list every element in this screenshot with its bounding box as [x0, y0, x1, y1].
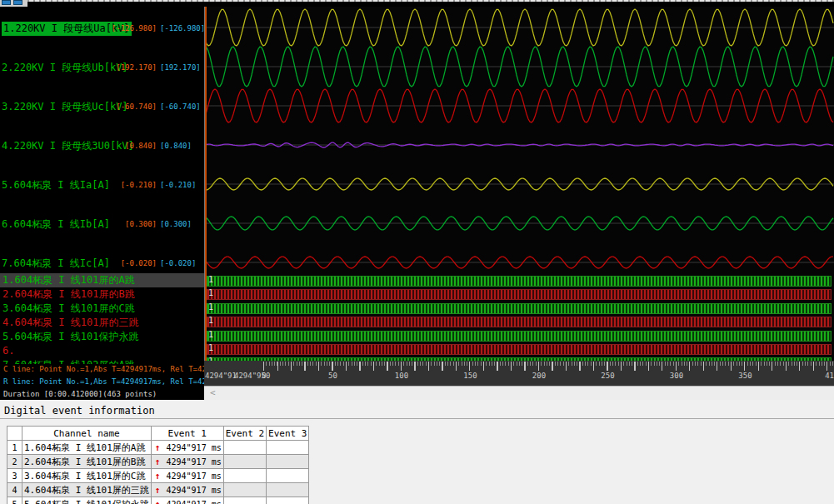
- event-table-header-row: Channel name Event 1 Event 2 Event 3: [7, 427, 309, 441]
- digital-trace-area[interactable]: 1 1 1 1 1 1 1: [205, 273, 834, 361]
- event-channel-name: 3.604柘泉 I 线101屏的C跳: [22, 469, 152, 483]
- cursor-value: [0.300]: [107, 220, 157, 228]
- reference-value: [-60.740]: [160, 102, 204, 111]
- digital-trace-bar: 1: [207, 331, 832, 342]
- toolbar-button-icon[interactable]: [2, 0, 11, 5]
- digital-channel-row[interactable]: 2.604柘泉 I 线101屏的B跳: [0, 287, 204, 302]
- digital-trace-bar: 1: [207, 344, 832, 355]
- event-table: Channel name Event 1 Event 2 Event 3 1 1…: [7, 426, 309, 504]
- duration-status: Duration [0:00.412000](463 points): [3, 390, 157, 398]
- cursor-value: [0.840]: [107, 142, 157, 150]
- time-axis-tick-label: 0: [262, 372, 266, 380]
- event-row-number: 2: [7, 455, 22, 469]
- cursor-value: [-126.980]: [107, 24, 157, 32]
- event-3-cell: [267, 455, 309, 469]
- event-table-row[interactable]: 2 2.604柘泉 I 线101屏的B跳 ↑4294"917 ms: [7, 455, 309, 469]
- digital-trace-bar: 1: [207, 276, 832, 287]
- time-cursor-line[interactable]: [205, 7, 207, 361]
- event-3-cell: [267, 483, 309, 497]
- event-table-row[interactable]: 1 1.604柘泉 I 线101屏的A跳 ↑4294"917 ms: [7, 441, 309, 455]
- event-1-cell: ↑4294"917 ms: [151, 469, 223, 483]
- digital-channel-row[interactable]: 3.604柘泉 I 线101屏的C跳: [0, 302, 204, 316]
- rising-edge-arrow-icon: ↑: [155, 471, 161, 482]
- event-table-row[interactable]: 5 5.604柘泉 I 线101保护永跳 ↑4294"917 ms: [7, 497, 309, 504]
- axis-partial-label: 41: [825, 372, 834, 380]
- digital-trace-bar: 1: [207, 303, 832, 314]
- event-1-cell: ↑4294"917 ms: [151, 455, 223, 469]
- time-axis-tick-label: 300: [670, 372, 683, 380]
- channel-panel: 1.220KV I 段母线Ua[kV] [-126.980] [-126.980…: [0, 7, 204, 400]
- analog-waveforms[interactable]: [205, 7, 834, 273]
- toolbar-button-icon[interactable]: [13, 0, 22, 5]
- digital-channel-label[interactable]: 1.604柘泉 I 线101屏的A跳: [2, 274, 135, 286]
- event-row-number: 5: [7, 497, 22, 504]
- digital-channel-label[interactable]: 4.604柘泉 I 线101屏的三跳: [2, 317, 138, 328]
- event-3-cell: [267, 497, 309, 504]
- analog-channel-label[interactable]: 7.604柘泉 I 线Ic[A]: [2, 257, 110, 271]
- cursor-value: [-0.210]: [107, 181, 157, 189]
- analog-channel-row[interactable]: 3.220KV I 段母线Uc[kV] [-60.740] [-60.740]: [0, 100, 204, 113]
- event-row-number: 1: [7, 441, 22, 455]
- horizontal-scrollbar[interactable]: <: [204, 386, 834, 400]
- digital-channel-label[interactable]: 5.604柘泉 I 线101保护永跳: [2, 331, 138, 342]
- analog-channel-label[interactable]: 6.604柘泉 I 线Ib[A]: [2, 217, 110, 232]
- event-channel-name: 1.604柘泉 I 线101屏的A跳: [22, 441, 152, 455]
- cursor-status-block: C line: Point No.=1,Abs T=4294917ms, Rel…: [0, 364, 204, 400]
- cursor-value: [-0.020]: [107, 259, 157, 267]
- rising-edge-arrow-icon: ↑: [155, 499, 161, 504]
- analog-channel-row[interactable]: 6.604柘泉 I 线Ib[A] [0.300] [0.300]: [0, 217, 204, 231]
- panel-rule: [0, 418, 834, 419]
- event-3-cell: [267, 441, 309, 455]
- event-1-cell: ↑4294"917 ms: [151, 441, 223, 455]
- event-row-number: 3: [7, 469, 22, 483]
- analog-channel-row[interactable]: 1.220KV I 段母线Ua[kV] [-126.980] [-126.980…: [0, 22, 204, 35]
- event-channel-name: 4.604柘泉 I 线101屏的三跳: [22, 483, 152, 497]
- reference-value: [0.300]: [160, 220, 204, 228]
- analog-channel-row[interactable]: 4.220KV I 段母线3U0[kV] [0.840] [0.840]: [0, 139, 204, 152]
- rising-edge-arrow-icon: ↑: [155, 485, 161, 496]
- reference-value: [-126.980]: [160, 24, 204, 32]
- time-axis-tick-label: 100: [395, 372, 408, 380]
- reference-value: [-0.020]: [160, 259, 204, 267]
- analog-channel-row[interactable]: 7.604柘泉 I 线Ic[A] [-0.020] [-0.020]: [0, 257, 204, 270]
- event-2-cell: [223, 441, 266, 455]
- event-table-row[interactable]: 4 4.604柘泉 I 线101屏的三跳 ↑4294"917 ms: [7, 483, 309, 497]
- digital-channel-row[interactable]: 1.604柘泉 I 线101屏的A跳: [0, 273, 204, 287]
- row-number-header: [7, 427, 22, 441]
- digital-state-label: 1: [208, 275, 213, 284]
- cursor-value: [-60.740]: [107, 102, 157, 111]
- event3-header: Event 3: [267, 427, 309, 441]
- event-2-cell: [223, 497, 266, 504]
- waveform-plot-area[interactable]: 1 1 1 1 1 1 1: [205, 7, 834, 361]
- event-table-body: 1 1.604柘泉 I 线101屏的A跳 ↑4294"917 ms 2 2.60…: [7, 441, 309, 504]
- window-top-edge: [27, 0, 834, 2]
- digital-channel-row[interactable]: 4.604柘泉 I 线101屏的三跳: [0, 316, 204, 330]
- digital-channel-label[interactable]: 6.: [2, 345, 14, 357]
- analog-channel-row[interactable]: 5.604柘泉 I 线Ia[A] [-0.210] [-0.210]: [0, 178, 204, 192]
- digital-state-label: 1: [208, 330, 213, 339]
- event-table-row[interactable]: 3 3.604柘泉 I 线101屏的C跳 ↑4294"917 ms: [7, 469, 309, 483]
- ruler-tick-marks: [204, 362, 834, 371]
- digital-channel-label[interactable]: 2.604柘泉 I 线101屏的B跳: [2, 288, 135, 300]
- time-axis-ruler[interactable]: 4294"91 4294"950 41 05010015020025030035…: [204, 361, 834, 386]
- channel-name-header: Channel name: [22, 427, 152, 441]
- event-2-cell: [223, 483, 266, 497]
- event-1-time: 4294"917 ms: [166, 486, 221, 495]
- digital-trace-bar: 1: [207, 317, 832, 327]
- event-1-time: 4294"917 ms: [166, 443, 221, 452]
- abs-time-label: 4294"91: [205, 372, 237, 380]
- analog-channel-row[interactable]: 2.220KV I 段母线Ub[kV] [192.170] [192.170]: [0, 61, 204, 74]
- time-axis-tick-label: 150: [463, 372, 477, 380]
- scroll-left-arrow-icon[interactable]: <: [210, 387, 216, 398]
- event1-header: Event 1: [151, 427, 223, 441]
- digital-channel-row[interactable]: 5.604柘泉 I 线101保护永跳: [0, 330, 204, 344]
- r-line-status: R line: Point No.=1,Abs T=4294917ms, Rel…: [3, 377, 204, 386]
- digital-channel-row[interactable]: 7.604柘泉 I 线102屏的A跳: [0, 358, 204, 364]
- time-axis-tick-label: 250: [601, 372, 614, 380]
- analog-channel-label[interactable]: 5.604柘泉 I 线Ia[A]: [2, 178, 110, 192]
- digital-channel-row[interactable]: 6.: [0, 344, 204, 358]
- fault-recorder-window: 1.220KV I 段母线Ua[kV] [-126.980] [-126.980…: [0, 0, 834, 504]
- digital-state-label: 1: [208, 343, 213, 352]
- digital-channel-label[interactable]: 3.604柘泉 I 线101屏的C跳: [2, 302, 135, 314]
- event-3-cell: [267, 469, 309, 483]
